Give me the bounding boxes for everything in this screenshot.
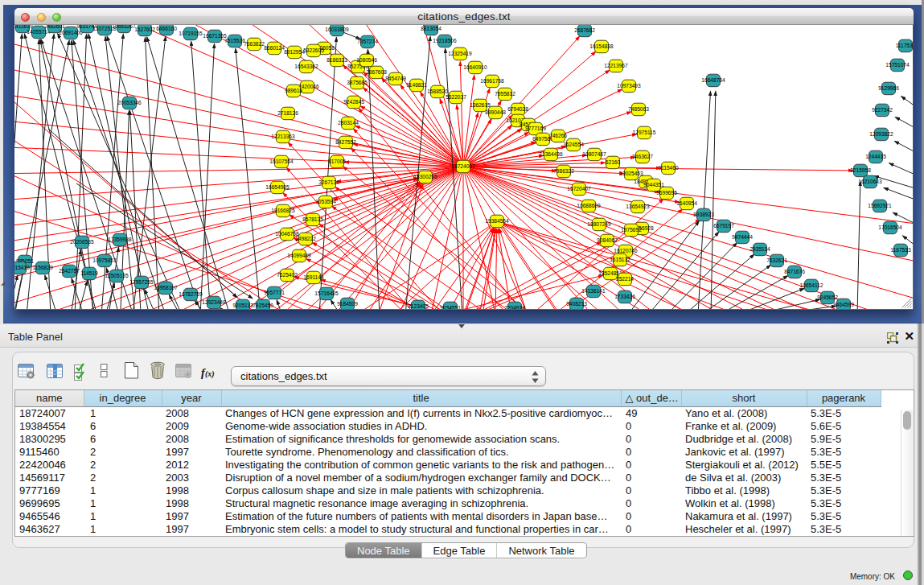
svg-text:14099489: 14099489 [287, 253, 311, 258]
svg-text:16210643: 16210643 [858, 179, 882, 184]
svg-text:9034551: 9034551 [440, 305, 461, 309]
svg-text:8938923: 8938923 [693, 212, 714, 217]
svg-text:10688609: 10688609 [577, 203, 601, 208]
svg-text:9129966: 9129966 [878, 85, 899, 91]
svg-text:7925450: 7925450 [253, 303, 273, 308]
svg-text:1640954: 1640954 [676, 200, 697, 206]
svg-text:1498222: 1498222 [295, 236, 316, 241]
svg-text:1362615: 1362615 [470, 102, 491, 108]
svg-text:(x): (x) [205, 369, 215, 379]
svg-text:1156829: 1156829 [32, 265, 53, 270]
svg-text:8471676: 8471676 [784, 269, 805, 274]
svg-text:16120746: 16120746 [614, 248, 638, 253]
svg-text:16648784: 16648784 [701, 77, 725, 83]
svg-text:817005: 817005 [328, 159, 346, 164]
svg-text:17359938: 17359938 [108, 237, 132, 242]
svg-text:1080546: 1080546 [356, 57, 377, 63]
svg-text:12213967: 12213967 [604, 63, 628, 68]
svg-text:7625402: 7625402 [277, 272, 298, 278]
svg-text:21364436: 21364436 [539, 151, 563, 157]
svg-text:1975692: 1975692 [621, 227, 642, 233]
svg-text:20053346: 20053346 [117, 100, 142, 105]
svg-text:1053594: 1053594 [315, 199, 336, 204]
svg-text:19166825: 19166825 [271, 208, 295, 213]
svg-text:16961758: 16961758 [480, 78, 504, 84]
svg-text:8215958: 8215958 [850, 167, 871, 173]
svg-text:20206535: 20206535 [70, 239, 94, 245]
svg-text:5322037: 5322037 [446, 94, 466, 100]
svg-text:3267130: 3267130 [318, 179, 339, 185]
svg-text:3624554: 3624554 [563, 142, 584, 147]
svg-text:12325419: 12325419 [448, 51, 472, 56]
svg-text:12213363: 12213363 [271, 134, 295, 139]
svg-text:10025453: 10025453 [619, 171, 643, 176]
svg-text:16671355: 16671355 [203, 33, 227, 39]
svg-text:7955812: 7955812 [495, 91, 515, 97]
svg-text:7485063: 7485063 [628, 106, 649, 112]
svg-text:16640910: 16640910 [463, 64, 487, 70]
svg-text:1244415: 1244415 [865, 154, 886, 159]
svg-text:2867608: 2867608 [366, 69, 387, 75]
svg-text:62160: 62160 [606, 159, 621, 165]
svg-text:12923448: 12923448 [202, 299, 226, 305]
svg-text:15751074: 15751074 [885, 62, 910, 68]
svg-text:13654923: 13654923 [626, 204, 650, 209]
svg-text:7663822: 7663822 [244, 41, 265, 47]
svg-text:8578135: 8578135 [302, 216, 323, 222]
svg-text:5322605: 5322605 [303, 47, 324, 53]
svg-text:17016504: 17016504 [878, 225, 902, 230]
svg-text:12093822: 12093822 [869, 131, 893, 137]
svg-text:10973493: 10973493 [617, 83, 641, 89]
svg-text:9777169: 9777169 [525, 126, 546, 131]
svg-text:7632621: 7632621 [766, 257, 787, 263]
svg-text:12975115: 12975115 [633, 130, 656, 135]
svg-text:9474444: 9474444 [732, 234, 753, 240]
svg-text:8186323: 8186323 [326, 57, 347, 63]
svg-text:746266: 746266 [549, 133, 567, 138]
svg-text:1167533: 1167533 [890, 247, 911, 253]
svg-text:12505135: 12505135 [105, 273, 129, 278]
svg-text:8813054: 8813054 [421, 26, 441, 31]
svg-text:9044351: 9044351 [643, 182, 664, 187]
svg-text:16154838: 16154838 [589, 43, 614, 49]
svg-text:8427552: 8427552 [335, 139, 356, 145]
svg-text:2342757: 2342757 [59, 268, 80, 274]
svg-text:8990448: 8990448 [485, 109, 506, 115]
svg-text:9699695: 9699695 [656, 190, 677, 196]
svg-text:2803144: 2803144 [338, 120, 359, 126]
svg-text:252214: 252214 [616, 276, 634, 282]
svg-text:10653267: 10653267 [112, 25, 136, 29]
svg-text:989618: 989618 [285, 88, 302, 93]
svg-text:10807487: 10807487 [582, 151, 606, 157]
svg-text:6679197: 6679197 [713, 223, 734, 229]
svg-text:7204918: 7204918 [504, 305, 525, 309]
svg-text:16654985: 16654985 [265, 184, 290, 190]
svg-text:114519: 114519 [80, 270, 98, 276]
svg-text:8123405: 8123405 [408, 303, 429, 309]
svg-text:9146821: 9146821 [406, 82, 427, 88]
svg-text:8912954: 8912954 [284, 49, 305, 55]
svg-text:1588520: 1588520 [427, 89, 448, 94]
svg-text:1733426: 1733426 [614, 294, 635, 299]
svg-text:9184509: 9184509 [337, 301, 358, 307]
svg-text:9245652: 9245652 [817, 295, 838, 300]
svg-text:20691406: 20691406 [59, 30, 83, 35]
svg-text:19218506: 19218506 [433, 38, 457, 43]
svg-text:2687682: 2687682 [574, 27, 595, 33]
svg-text:9227342: 9227342 [872, 107, 893, 113]
svg-text:10958107: 10958107 [154, 285, 178, 290]
svg-text:2482601: 2482601 [44, 25, 65, 29]
svg-text:1117534: 1117534 [896, 43, 913, 48]
svg-text:7357274: 7357274 [357, 39, 378, 44]
svg-text:7515526: 7515526 [224, 38, 245, 43]
svg-text:17957255: 17957255 [129, 279, 154, 285]
svg-text:16107554: 16107554 [269, 159, 294, 164]
svg-text:19384554: 19384554 [485, 218, 509, 224]
svg-text:9205113: 9205113 [232, 303, 253, 308]
svg-text:2718126: 2718126 [277, 110, 298, 116]
svg-text:18807249: 18807249 [587, 221, 611, 227]
svg-text:16543362: 16543362 [294, 64, 318, 69]
svg-text:1527602: 1527602 [134, 27, 155, 32]
svg-text:16782759: 16782759 [179, 291, 203, 297]
svg-text:8660124: 8660124 [264, 45, 285, 51]
